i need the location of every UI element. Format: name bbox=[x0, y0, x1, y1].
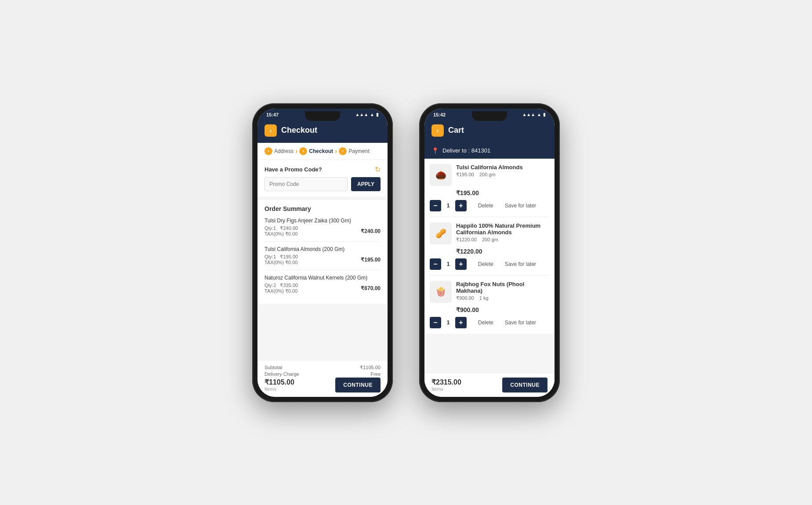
header-title: Checkout bbox=[281, 126, 317, 135]
cart-footer-total-section: ₹2315.00 Items bbox=[431, 378, 461, 392]
order-item-tax-1: TAX(0%) ₹0.00 bbox=[265, 231, 297, 236]
cart-back-button[interactable]: ‹ bbox=[431, 124, 444, 137]
save-later-btn-3[interactable]: Save for later bbox=[505, 320, 536, 326]
qty-value-3: 1 bbox=[445, 319, 452, 326]
cart-item-info-3: Rajbhog Fox Nuts (Phool Makhana) ₹900.00… bbox=[456, 281, 549, 303]
cart-signal-icon: ▲▲▲ bbox=[522, 112, 535, 117]
delete-btn-1[interactable]: Delete bbox=[478, 203, 493, 209]
cart-item-actions-1: − 1 + Delete Save for later bbox=[430, 200, 549, 211]
order-item-unit-1: ₹240.00 bbox=[280, 225, 298, 231]
breadcrumb-step-address: › Address bbox=[265, 147, 294, 155]
cart-item-name-2: Happilo 100% Natural Premium Californian… bbox=[456, 222, 549, 236]
promo-title: Have a Promo Code? bbox=[265, 166, 322, 173]
decrease-qty-3[interactable]: − bbox=[430, 317, 441, 328]
promo-input[interactable] bbox=[265, 177, 348, 191]
promo-header: Have a Promo Code? ↻ bbox=[265, 165, 381, 174]
deliver-banner: 📍 Deliver to : 841301 bbox=[424, 143, 555, 159]
order-item-name-1: Tulsi Dry Figs Anjeer Zaika (300 Gm) bbox=[265, 218, 381, 224]
refresh-icon[interactable]: ↻ bbox=[375, 165, 381, 174]
cart-item-total-1: ₹195.00 bbox=[430, 189, 549, 196]
order-item-meta-2: Qty:1 ₹195.00 TAX(0%) ₹0.00 bbox=[265, 254, 298, 265]
cart-content: 🌰 Tulsi California Almonds ₹195.00 200 g… bbox=[424, 159, 555, 373]
footer-subtotal: Subtotal ₹1105.00 bbox=[265, 365, 381, 371]
promo-section: Have a Promo Code? ↻ APPLY bbox=[257, 160, 388, 196]
decrease-qty-1[interactable]: − bbox=[430, 200, 441, 211]
delivery-label: Delivery Charge bbox=[265, 371, 299, 377]
cart-item-row-1: 🌰 Tulsi California Almonds ₹195.00 200 g… bbox=[430, 164, 549, 186]
order-item-meta-1: Qty:1 ₹240.00 TAX(0%) ₹0.00 bbox=[265, 225, 298, 237]
order-item-price-3: ₹670.00 bbox=[361, 285, 381, 291]
cart-item-1: 🌰 Tulsi California Almonds ₹195.00 200 g… bbox=[430, 159, 549, 217]
order-item-details-2: Qty:1 ₹195.00 TAX(0%) ₹0.00 ₹195.00 bbox=[265, 254, 381, 265]
weight-3: 1 kg bbox=[479, 295, 489, 301]
promo-row: APPLY bbox=[265, 177, 381, 191]
cart-footer-items: Items bbox=[431, 386, 461, 392]
cart-items-list: 🌰 Tulsi California Almonds ₹195.00 200 g… bbox=[424, 159, 555, 334]
cart-continue-button[interactable]: CONTINUE bbox=[502, 378, 547, 392]
order-item-details-1: Qty:1 ₹240.00 TAX(0%) ₹0.00 ₹240.00 bbox=[265, 225, 381, 237]
location-icon: 📍 bbox=[431, 147, 439, 154]
footer-total-section: ₹1105.00 Items bbox=[265, 378, 294, 392]
footer-delivery: Delivery Charge Free bbox=[265, 371, 381, 377]
order-summary: Order Summary Tulsi Dry Figs Anjeer Zaik… bbox=[257, 200, 388, 304]
checkout-footer: Subtotal ₹1105.00 Delivery Charge Free ₹… bbox=[257, 360, 388, 397]
order-item-qty-1: Qty:1 bbox=[265, 225, 276, 231]
action-sep-3 bbox=[497, 320, 501, 326]
save-later-btn-1[interactable]: Save for later bbox=[505, 203, 536, 209]
breadcrumb-step-payment: › Payment bbox=[339, 147, 369, 155]
breadcrumb-icon-checkout: › bbox=[299, 147, 307, 155]
delivery-value: Free bbox=[370, 371, 381, 377]
notch bbox=[305, 111, 340, 121]
increase-qty-1[interactable]: + bbox=[455, 200, 467, 211]
order-item-tax-2: TAX(0%) ₹0.00 bbox=[265, 260, 297, 265]
qty-value-2: 1 bbox=[445, 261, 452, 267]
breadcrumb-label-checkout: Checkout bbox=[309, 148, 333, 154]
apply-button[interactable]: APPLY bbox=[351, 177, 381, 191]
checkout-continue-button[interactable]: CONTINUE bbox=[335, 378, 381, 392]
cart-item-3: 🍿 Rajbhog Fox Nuts (Phool Makhana) ₹900.… bbox=[430, 276, 549, 334]
breadcrumb-step-checkout: › Checkout bbox=[299, 147, 333, 155]
order-item-2: Tulsi California Almonds (200 Gm) Qty:1 … bbox=[265, 246, 381, 270]
cart-item-unit-3: ₹900.00 1 kg bbox=[456, 295, 549, 301]
subtotal-value: ₹1105.00 bbox=[360, 365, 381, 371]
action-sep-1 bbox=[497, 203, 501, 209]
cart-footer: ₹2315.00 Items CONTINUE bbox=[424, 373, 555, 397]
cart-item-total-3: ₹900.00 bbox=[430, 306, 549, 313]
cart-item-unit-1: ₹195.00 200 gm bbox=[456, 172, 549, 178]
back-button[interactable]: ‹ bbox=[265, 124, 277, 137]
battery-icon: ▮ bbox=[376, 112, 379, 117]
cart-item-2: 🥜 Happilo 100% Natural Premium Californi… bbox=[430, 217, 549, 276]
save-later-btn-2[interactable]: Save for later bbox=[505, 261, 536, 267]
cart-battery-icon: ▮ bbox=[543, 112, 546, 117]
cart-item-img-3: 🍿 bbox=[430, 281, 452, 303]
order-item-qty-2: Qty:1 bbox=[265, 254, 276, 259]
delete-btn-2[interactable]: Delete bbox=[478, 261, 493, 267]
footer-total: ₹1105.00 bbox=[265, 378, 294, 386]
status-time: 15:47 bbox=[266, 112, 279, 117]
signal-icon: ▲▲▲ bbox=[355, 112, 368, 117]
cart-footer-total: ₹2315.00 bbox=[431, 378, 461, 386]
breadcrumb-sep-2: › bbox=[335, 147, 337, 155]
cart-status-icons: ▲▲▲ ▲ ▮ bbox=[522, 112, 546, 117]
increase-qty-3[interactable]: + bbox=[455, 317, 467, 328]
decrease-qty-2[interactable]: − bbox=[430, 258, 441, 270]
cart-item-name-3: Rajbhog Fox Nuts (Phool Makhana) bbox=[456, 281, 549, 294]
cart-item-info-2: Happilo 100% Natural Premium Californian… bbox=[456, 222, 549, 244]
cart-item-img-1: 🌰 bbox=[430, 164, 452, 186]
weight-1: 200 gm bbox=[479, 172, 496, 177]
order-item-unit-3: ₹335.00 bbox=[280, 283, 298, 288]
order-item-name-2: Tulsi California Almonds (200 Gm) bbox=[265, 246, 381, 252]
order-item-details-3: Qty:2 ₹335.00 TAX(0%) ₹0.00 ₹670.00 bbox=[265, 283, 381, 294]
breadcrumb-icon-payment: › bbox=[339, 147, 347, 155]
checkout-screen: 15:47 ▲▲▲ ▲ ▮ ‹ Checkout › Address › › C… bbox=[257, 109, 388, 397]
delete-btn-3[interactable]: Delete bbox=[478, 320, 493, 326]
unit-price-2: ₹1220.00 bbox=[456, 237, 477, 242]
order-item-price-2: ₹195.00 bbox=[361, 257, 381, 263]
qty-value-1: 1 bbox=[445, 202, 452, 209]
status-icons: ▲▲▲ ▲ ▮ bbox=[355, 112, 379, 117]
order-item-meta-3: Qty:2 ₹335.00 TAX(0%) ₹0.00 bbox=[265, 283, 298, 294]
order-item-tax-3: TAX(0%) ₹0.00 bbox=[265, 288, 297, 294]
order-summary-title: Order Summary bbox=[265, 205, 381, 212]
order-item-3: Naturoz California Walnut Kernels (200 G… bbox=[265, 275, 381, 298]
increase-qty-2[interactable]: + bbox=[455, 258, 467, 270]
